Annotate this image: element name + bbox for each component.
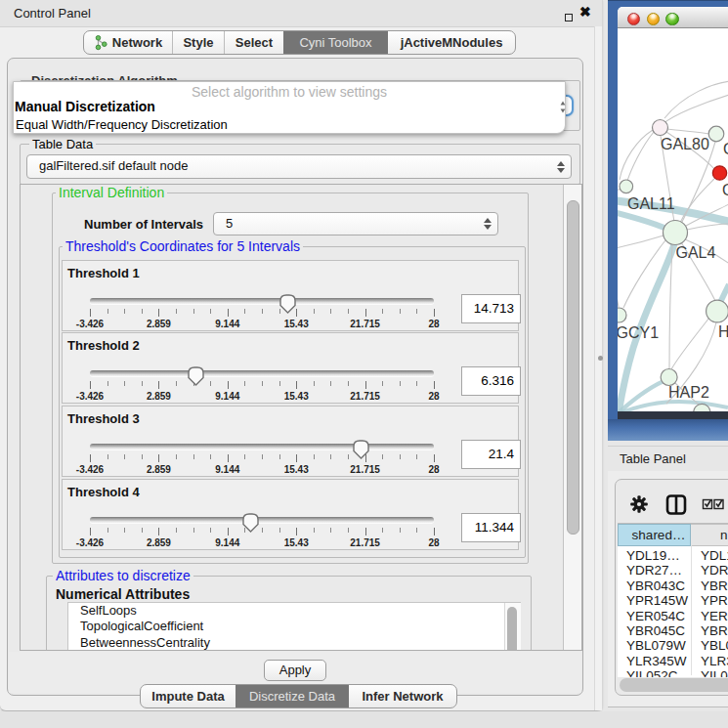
svg-text:HI: HI bbox=[718, 323, 728, 340]
svg-text:HAP2: HAP2 bbox=[668, 384, 709, 401]
svg-text:GA: GA bbox=[722, 182, 728, 198]
svg-text:GAL11: GAL11 bbox=[627, 195, 675, 212]
svg-text:GCY1: GCY1 bbox=[618, 324, 659, 341]
svg-text:GA: GA bbox=[723, 141, 728, 157]
svg-text:GAL80: GAL80 bbox=[661, 136, 709, 152]
svg-text:GAL4: GAL4 bbox=[676, 244, 716, 261]
